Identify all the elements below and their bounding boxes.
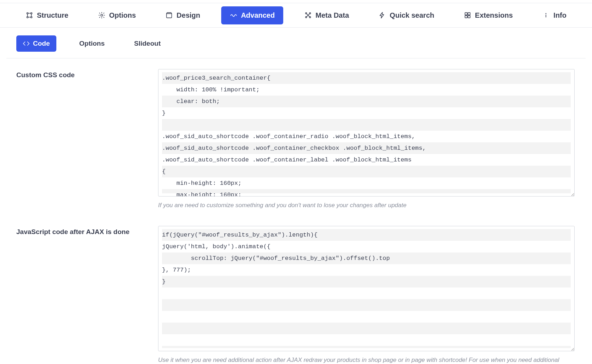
- tab-design[interactable]: Design: [157, 6, 209, 24]
- tab-structure[interactable]: Structure: [17, 6, 77, 24]
- field-js-after-ajax: JavaScript code after AJAX is done Use i…: [16, 226, 576, 364]
- tab-label: Extensions: [475, 11, 513, 19]
- wave-icon: [230, 11, 238, 19]
- svg-point-13: [546, 13, 546, 14]
- tab-meta-data[interactable]: Meta Data: [296, 6, 357, 24]
- svg-point-16: [125, 45, 127, 46]
- structure-icon: [26, 11, 33, 19]
- network-icon: [304, 11, 312, 19]
- field-label-custom-css: Custom CSS code: [16, 69, 158, 210]
- sub-tab-label: Slideout: [134, 40, 161, 47]
- tab-label: Quick search: [390, 11, 434, 19]
- tab-quick-search[interactable]: Quick search: [370, 6, 443, 24]
- tab-label: Meta Data: [315, 11, 349, 19]
- sub-tab-code[interactable]: Code: [16, 35, 56, 52]
- svg-rect-9: [465, 13, 467, 15]
- svg-point-17: [128, 45, 129, 46]
- custom-css-hint: If you are need to customize something a…: [158, 201, 575, 210]
- tab-extensions[interactable]: Extensions: [455, 6, 521, 24]
- sub-tabs: Code Options Slideout: [6, 28, 586, 58]
- main-tabs: Structure Options Design Advanced Meta D…: [0, 3, 592, 28]
- bolt-icon: [378, 11, 386, 19]
- field-label-js-after-ajax: JavaScript code after AJAX is done: [16, 226, 158, 364]
- tab-label: Advanced: [241, 11, 275, 19]
- svg-point-14: [72, 43, 73, 45]
- palette-icon: [165, 11, 173, 19]
- tab-label: Structure: [37, 11, 68, 19]
- svg-point-4: [101, 14, 103, 16]
- svg-rect-15: [124, 42, 128, 45]
- js-after-ajax-textarea[interactable]: [158, 226, 575, 351]
- tab-options[interactable]: Options: [89, 6, 145, 24]
- sub-tab-options[interactable]: Options: [63, 35, 111, 52]
- tab-label: Design: [177, 11, 200, 19]
- code-icon: [23, 40, 30, 47]
- gear-icon: [98, 11, 106, 19]
- sub-tab-label: Code: [33, 40, 50, 47]
- field-body: If you are need to customize something a…: [158, 69, 575, 210]
- info-icon: [542, 11, 550, 19]
- content-panel: Custom CSS code If you are need to custo…: [6, 58, 586, 364]
- svg-rect-12: [468, 16, 470, 18]
- custom-css-textarea[interactable]: [158, 69, 575, 197]
- extensions-icon: [464, 11, 471, 19]
- tab-info[interactable]: Info: [534, 6, 575, 24]
- field-custom-css: Custom CSS code If you are need to custo…: [16, 69, 576, 210]
- gear-icon: [69, 40, 76, 47]
- js-after-ajax-hint: Use it when you are need additional acti…: [158, 356, 575, 364]
- svg-rect-11: [465, 16, 467, 18]
- truck-icon: [124, 40, 131, 47]
- field-body: Use it when you are need additional acti…: [158, 226, 575, 364]
- svg-rect-10: [468, 13, 470, 15]
- tab-advanced[interactable]: Advanced: [221, 6, 284, 24]
- tab-label: Options: [109, 11, 136, 19]
- tab-label: Info: [553, 11, 566, 19]
- sub-tab-label: Options: [79, 40, 105, 47]
- sub-tab-slideout[interactable]: Slideout: [117, 35, 167, 52]
